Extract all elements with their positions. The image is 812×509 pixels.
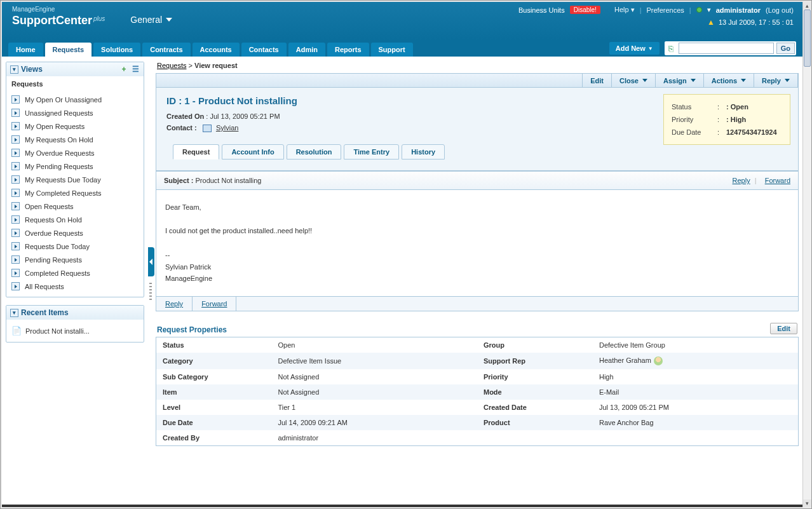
view-item[interactable]: Requests Due Today <box>6 240 144 253</box>
nav-tab-admin[interactable]: Admin <box>288 43 325 57</box>
nav-tab-support[interactable]: Support <box>371 43 413 57</box>
subtab-request[interactable]: Request <box>173 144 219 159</box>
add-view-icon[interactable]: + <box>119 65 128 74</box>
recent-items-panel: ▾ Recent Items 📄Product Not installi... <box>6 305 144 343</box>
prop-value: Defective Item Issue <box>271 353 477 369</box>
view-item[interactable]: Completed Requests <box>6 266 144 280</box>
document-icon: 📄 <box>11 326 22 336</box>
user-name: administrator <box>716 6 761 14</box>
nav-tab-accounts[interactable]: Accounts <box>193 43 240 57</box>
alert-bell-icon: ▲ <box>707 18 715 27</box>
list-view-icon[interactable]: ☰ <box>131 65 140 74</box>
subtab-time-entry[interactable]: Time Entry <box>344 144 399 159</box>
prop-key: Product <box>477 415 593 430</box>
nav-tab-requests[interactable]: Requests <box>45 43 92 57</box>
breadcrumb-root[interactable]: Requests <box>157 62 186 69</box>
view-item[interactable]: Open Requests <box>6 200 144 213</box>
assign-button[interactable]: Assign <box>655 74 703 87</box>
prop-key: Created Date <box>477 400 593 415</box>
view-label: My Open Or Unassigned <box>25 96 102 104</box>
status-summary-box: Status:: Open Priority:: High Due Date:1… <box>663 94 790 145</box>
view-label: My Open Requests <box>25 123 85 130</box>
view-label: My Completed Requests <box>25 189 101 197</box>
view-label: My Overdue Requests <box>25 149 94 157</box>
view-item[interactable]: My Requests On Hold <box>6 133 144 146</box>
nav-tab-reports[interactable]: Reports <box>327 43 369 57</box>
view-label: Pending Requests <box>25 256 82 264</box>
arrow-icon <box>11 189 20 197</box>
help-link[interactable]: Help ▾ <box>614 6 635 14</box>
view-item[interactable]: My Requests Due Today <box>6 173 144 186</box>
view-item[interactable]: Requests On Hold <box>6 213 144 226</box>
view-label: Requests Due Today <box>25 243 90 250</box>
prop-key: Mode <box>477 384 593 400</box>
view-item[interactable]: Unassigned Requests <box>6 106 144 119</box>
close-button[interactable]: Close <box>611 74 655 87</box>
reply-button[interactable]: Reply <box>754 74 798 87</box>
scroll-thumb[interactable] <box>804 10 811 67</box>
view-label: Completed Requests <box>25 269 90 277</box>
nav-tab-solutions[interactable]: Solutions <box>93 43 140 57</box>
views-collapse-toggle[interactable]: ▾ <box>10 65 18 74</box>
prop-value: Not Assigned <box>271 369 477 384</box>
search-icon[interactable]: ⎘ <box>666 43 676 53</box>
search-input[interactable] <box>679 43 774 54</box>
contact-label: Contact : <box>166 124 197 132</box>
status-dot-icon <box>696 7 702 13</box>
subject-forward-link[interactable]: Forward <box>765 177 790 184</box>
edit-button[interactable]: Edit <box>582 74 611 87</box>
scroll-up-arrow[interactable]: ▴ <box>803 2 811 10</box>
brand-suffix: plus <box>93 15 105 22</box>
prop-value: E-Mail <box>593 384 799 400</box>
prop-key: Category <box>156 353 272 369</box>
subject-value: Product Not installing <box>196 177 262 184</box>
go-button[interactable]: Go <box>776 43 795 54</box>
view-label: Open Requests <box>25 203 73 210</box>
contact-link[interactable]: Sylvian <box>216 124 238 132</box>
view-item[interactable]: My Pending Requests <box>6 159 144 173</box>
nav-tab-contacts[interactable]: Contacts <box>241 43 287 57</box>
page-scrollbar[interactable]: ▴ ▾ <box>802 2 811 507</box>
view-item[interactable]: All Requests <box>6 280 144 293</box>
subject-label: Subject : <box>164 177 193 184</box>
disable-badge[interactable]: Disable! <box>570 6 600 14</box>
chevron-down-icon <box>691 79 696 82</box>
view-item[interactable]: My Open Requests <box>6 119 144 133</box>
arrow-icon <box>11 95 20 104</box>
nav-tab-home[interactable]: Home <box>8 43 43 57</box>
view-item[interactable]: My Overdue Requests <box>6 146 144 159</box>
logout-link[interactable]: (Log out) <box>766 6 794 14</box>
splitter-grip-icon <box>149 283 152 302</box>
view-item[interactable]: Overdue Requests <box>6 226 144 240</box>
arrow-icon <box>11 109 20 117</box>
splitter-handle-icon[interactable] <box>148 247 154 276</box>
subtab-account-info[interactable]: Account Info <box>222 144 283 159</box>
recent-collapse-toggle[interactable]: ▾ <box>10 309 18 317</box>
subtab-resolution[interactable]: Resolution <box>287 144 342 159</box>
msg-reply-link[interactable]: Reply <box>156 297 193 311</box>
add-new-button[interactable]: Add New▼ <box>609 42 660 55</box>
business-unit-dropdown[interactable]: General <box>130 15 172 25</box>
sidebar-splitter[interactable] <box>148 57 156 505</box>
message-body: Dear Team, I could not get the product i… <box>156 190 799 297</box>
actions-button[interactable]: Actions <box>703 74 754 87</box>
subtab-history[interactable]: History <box>402 144 445 159</box>
properties-title: Request Properties <box>157 325 227 334</box>
message-action-bar: Reply Forward <box>156 297 799 311</box>
sidebar: ▾ Views + ☰ Requests My Open Or Unassign… <box>2 57 148 505</box>
view-item[interactable]: My Open Or Unassigned <box>6 93 144 106</box>
view-item[interactable]: My Completed Requests <box>6 186 144 200</box>
view-item[interactable]: Pending Requests <box>6 253 144 266</box>
subject-reply-link[interactable]: Reply <box>733 177 750 184</box>
preferences-link[interactable]: Preferences <box>647 6 684 14</box>
properties-edit-button[interactable]: Edit <box>770 323 797 334</box>
msg-forward-link[interactable]: Forward <box>193 297 236 311</box>
prop-key: Due Date <box>156 415 272 430</box>
recent-item[interactable]: 📄Product Not installi... <box>11 323 139 338</box>
arrow-icon <box>11 175 20 184</box>
nav-tab-contracts[interactable]: Contracts <box>142 43 190 57</box>
scroll-down-arrow[interactable]: ▾ <box>803 499 811 507</box>
prop-value: High <box>593 369 799 384</box>
created-on-value: Jul 13, 2009 05:21 PM <box>210 112 280 120</box>
view-label: My Requests Due Today <box>25 176 101 184</box>
